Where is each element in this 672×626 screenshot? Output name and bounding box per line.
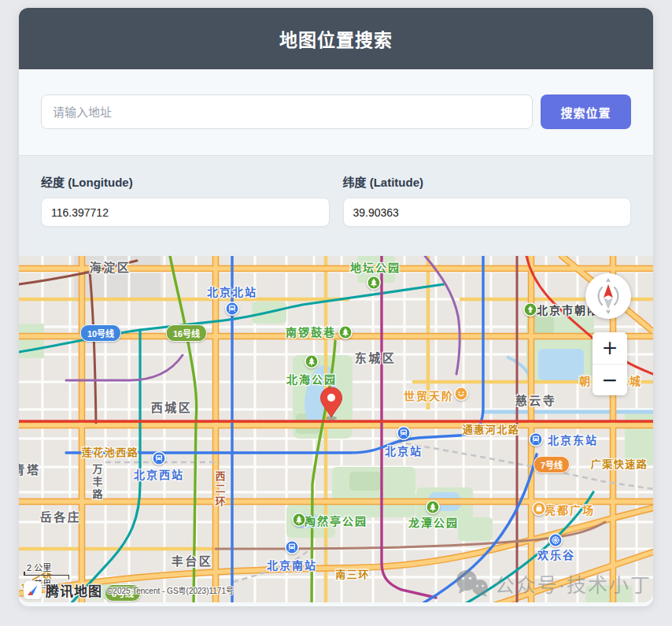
page-title: 地图位置搜索 bbox=[279, 25, 393, 52]
map-label[interactable]: 龙潭公园 bbox=[408, 514, 459, 530]
map-label[interactable]: 亮都广场 bbox=[545, 502, 595, 517]
map-label[interactable]: 北海公园 bbox=[286, 371, 337, 387]
park-poi-icon[interactable] bbox=[305, 354, 319, 369]
map-label[interactable]: 北京站 bbox=[385, 443, 423, 458]
park-poi-icon[interactable] bbox=[426, 500, 440, 514]
location-marker-pin[interactable] bbox=[318, 386, 345, 424]
transit-line-badge: 10号线 bbox=[80, 324, 121, 342]
map-attribution: 腾讯地图 ©2025 Tencent - GS粤(2023)1171号 bbox=[24, 580, 234, 600]
smile-poi-icon[interactable] bbox=[454, 387, 468, 401]
latitude-label: 纬度 (Latitude) bbox=[343, 173, 632, 190]
map-label[interactable]: 广渠快速路 bbox=[591, 456, 648, 471]
map-copyright: ©2025 Tencent - GS粤(2023)1171号 bbox=[107, 584, 234, 596]
map-label[interactable]: 东城区 bbox=[355, 349, 397, 365]
scale-line bbox=[24, 575, 69, 576]
map-label[interactable]: 海淀区 bbox=[90, 258, 131, 275]
zoom-in-button[interactable]: + bbox=[593, 332, 627, 365]
map-label[interactable]: 南锣鼓巷 bbox=[286, 324, 336, 339]
transit-line-badge: 7号线 bbox=[534, 456, 570, 473]
card-header: 地图位置搜索 bbox=[19, 8, 653, 69]
scale-metric: 2 公里 bbox=[27, 561, 51, 573]
map-label[interactable]: 丰台区 bbox=[172, 552, 213, 569]
longitude-group: 经度 (Longitude) bbox=[41, 173, 330, 227]
map-label[interactable]: 北京北站 bbox=[207, 283, 257, 299]
metro-poi-icon[interactable] bbox=[152, 451, 166, 465]
map-search-card: 地图位置搜索 搜索位置 经度 (Longitude) 纬度 (Latitude) bbox=[19, 8, 653, 606]
map-label[interactable]: 岳各庄 bbox=[40, 508, 82, 524]
map-label[interactable]: 西二环 bbox=[212, 471, 227, 509]
search-location-button[interactable]: 搜索位置 bbox=[541, 94, 631, 129]
latitude-input[interactable] bbox=[343, 198, 632, 227]
map-label[interactable]: 青塔 bbox=[19, 461, 41, 477]
compass-icon bbox=[586, 274, 630, 318]
park-poi-icon[interactable] bbox=[292, 513, 306, 527]
bag-poi-icon[interactable] bbox=[532, 502, 546, 516]
ferris-poi-icon[interactable] bbox=[548, 533, 563, 547]
map-label[interactable]: 莲花池西路 bbox=[82, 444, 139, 459]
metro-poi-icon[interactable] bbox=[397, 426, 411, 440]
map-label[interactable]: 慈云寺 bbox=[515, 391, 557, 408]
metro-poi-icon[interactable] bbox=[285, 540, 299, 554]
zoom-control: + − bbox=[593, 332, 627, 395]
map-label[interactable]: 通惠河北路 bbox=[463, 421, 520, 436]
map-label[interactable]: 南三环 bbox=[335, 566, 370, 581]
coords-section: 经度 (Longitude) 纬度 (Latitude) bbox=[19, 155, 653, 256]
map-label[interactable]: 北京南站 bbox=[267, 557, 317, 572]
zoom-out-button[interactable]: − bbox=[593, 365, 627, 396]
longitude-label: 经度 (Longitude) bbox=[41, 173, 330, 190]
map-label[interactable]: 地坛公园 bbox=[350, 259, 401, 275]
park-poi-icon[interactable] bbox=[338, 325, 353, 339]
transit-line-badge: 16号线 bbox=[166, 324, 207, 342]
metro-poi-icon[interactable] bbox=[225, 302, 239, 316]
address-input[interactable] bbox=[41, 94, 533, 129]
map-label[interactable]: 北京西站 bbox=[134, 466, 184, 482]
map-label[interactable]: 西城区 bbox=[151, 398, 193, 415]
map-label[interactable]: 万丰路 bbox=[90, 464, 105, 502]
map-label[interactable]: 北京东站 bbox=[548, 432, 598, 447]
longitude-input[interactable] bbox=[41, 198, 330, 227]
tencent-maps-logo-icon bbox=[24, 581, 42, 599]
latitude-group: 纬度 (Latitude) bbox=[343, 173, 632, 227]
gov-poi-icon[interactable] bbox=[523, 302, 537, 317]
tencent-maps-brand[interactable]: 腾讯地图 bbox=[46, 580, 102, 600]
search-section: 搜索位置 bbox=[19, 69, 653, 155]
compass-control[interactable] bbox=[585, 273, 631, 319]
map-label[interactable]: 世贸天阶 bbox=[404, 387, 454, 403]
park-poi-icon[interactable] bbox=[367, 276, 381, 290]
metro-poi-icon[interactable] bbox=[529, 432, 543, 446]
map-label[interactable]: 陶然亭公园 bbox=[305, 513, 367, 528]
map-canvas[interactable]: 海淀区北京北站地坛公园北京市朝阳区南锣鼓巷东城区北海公园世贸天阶慈云寺朝阳大悦城… bbox=[19, 256, 653, 602]
map-label[interactable]: 欢乐谷 bbox=[537, 546, 575, 562]
